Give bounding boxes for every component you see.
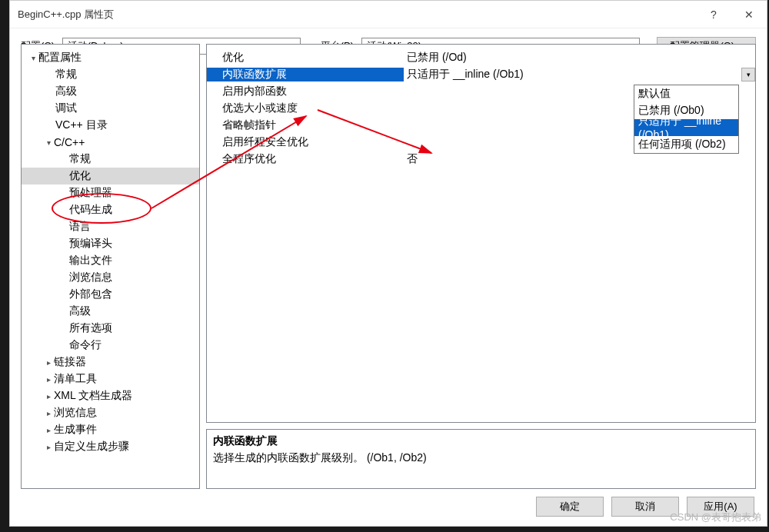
tree-item[interactable]: ▸生成事件 xyxy=(22,421,199,438)
tree-item[interactable]: 所有选项 xyxy=(22,320,199,337)
collapse-icon[interactable]: ▾ xyxy=(28,54,38,62)
grid-row-inline[interactable]: 内联函数扩展 只适用于 __inline (/Ob1) ▾ xyxy=(207,66,755,83)
tree-pane[interactable]: ▾ 配置属性 常规 高级 调试 VC++ 目录 ▾C/C++ 常规 优化 预处理… xyxy=(21,44,200,489)
dropdown-option[interactable]: 任何适用项 (/Ob2) xyxy=(634,136,738,153)
titlebar: BeginC++.cpp 属性页 ? ✕ xyxy=(10,1,767,28)
tree-root[interactable]: ▾ 配置属性 xyxy=(22,49,199,66)
tree-item[interactable]: 输出文件 xyxy=(22,252,199,269)
tree-item[interactable]: 浏览信息 xyxy=(22,269,199,286)
dialog-footer: 确定 取消 应用(A) xyxy=(10,497,767,520)
dropdown-option-selected[interactable]: 只适用于 __inline (/Ob1) xyxy=(634,119,738,136)
tree-item[interactable]: ▸链接器 xyxy=(22,354,199,371)
property-grid[interactable]: 优化已禁用 (/Od) 内联函数扩展 只适用于 __inline (/Ob1) … xyxy=(206,44,756,423)
dropdown-option[interactable]: 默认值 xyxy=(634,85,738,102)
expand-icon[interactable]: ▸ xyxy=(43,409,54,417)
grid-row[interactable]: 优化已禁用 (/Od) xyxy=(207,49,755,66)
tree-item-optimization[interactable]: 优化 xyxy=(22,168,199,185)
tree-item[interactable]: ▸浏览信息 xyxy=(22,404,199,421)
tree-item-ccpp[interactable]: ▾C/C++ xyxy=(22,134,199,151)
close-button[interactable]: ✕ xyxy=(731,1,767,28)
tree-item[interactable]: 命令行 xyxy=(22,337,199,354)
window-title: BeginC++.cpp 属性页 xyxy=(10,8,696,22)
tree-item[interactable]: 常规 xyxy=(22,66,199,83)
expand-icon[interactable]: ▸ xyxy=(43,358,54,367)
tree-item[interactable]: 代码生成 xyxy=(22,201,199,218)
property-page-dialog: BeginC++.cpp 属性页 ? ✕ 配置(C): 活动(Debug) ▾ … xyxy=(9,0,767,527)
tree-item[interactable]: 语言 xyxy=(22,218,199,235)
tree-item[interactable]: 高级 xyxy=(22,83,199,100)
tree-item[interactable]: ▸自定义生成步骤 xyxy=(22,438,199,455)
description-body: 选择生成的内联函数扩展级别。 (/Ob1, /Ob2) xyxy=(213,451,749,465)
tree-item[interactable]: ▸XML 文档生成器 xyxy=(22,387,199,404)
expand-icon[interactable]: ▸ xyxy=(43,443,54,451)
expand-icon[interactable]: ▸ xyxy=(43,375,54,384)
cancel-button[interactable]: 取消 xyxy=(611,497,679,517)
description-title: 内联函数扩展 xyxy=(213,434,749,448)
tree-item[interactable]: 预处理器 xyxy=(22,185,199,201)
tree-item[interactable]: 外部包含 xyxy=(22,286,199,303)
ok-button[interactable]: 确定 xyxy=(536,497,604,517)
tree-item[interactable]: 高级 xyxy=(22,303,199,320)
help-button[interactable]: ? xyxy=(696,1,731,28)
expand-icon[interactable]: ▸ xyxy=(43,392,54,401)
expand-icon[interactable]: ▸ xyxy=(43,426,54,434)
tree-item[interactable]: 常规 xyxy=(22,151,199,168)
tree-item[interactable]: ▸清单工具 xyxy=(22,371,199,387)
tree-item[interactable]: 调试 xyxy=(22,100,199,117)
tree-item[interactable]: VC++ 目录 xyxy=(22,117,199,134)
dropdown-button[interactable]: ▾ xyxy=(741,68,755,81)
chevron-down-icon: ▾ xyxy=(747,71,751,78)
inline-dropdown[interactable]: 默认值 已禁用 (/Ob0) 只适用于 __inline (/Ob1) 任何适用… xyxy=(634,85,739,154)
description-pane: 内联函数扩展 选择生成的内联函数扩展级别。 (/Ob1, /Ob2) xyxy=(206,429,756,489)
collapse-icon[interactable]: ▾ xyxy=(43,138,54,147)
watermark: CSDN @表哥抱表弟 xyxy=(670,510,761,524)
tree-item[interactable]: 预编译头 xyxy=(22,235,199,252)
